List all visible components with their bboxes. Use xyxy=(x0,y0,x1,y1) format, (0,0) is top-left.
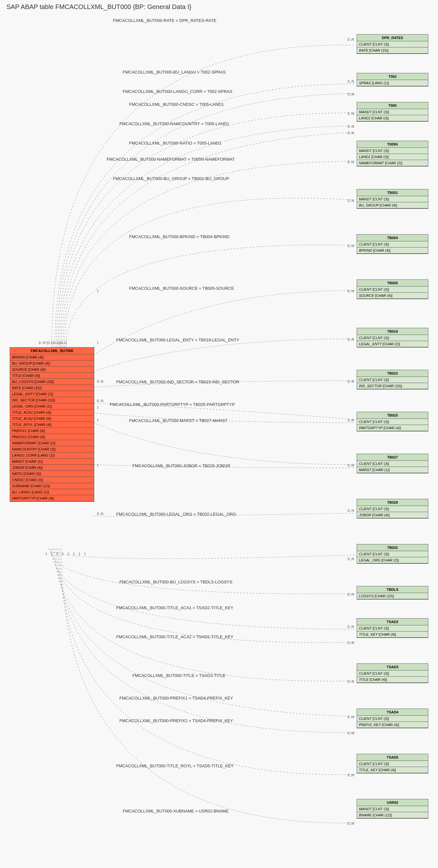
main-field: BU_LOGSYS [CHAR (10)] xyxy=(10,379,94,385)
relationship-label: FMCACOLLXML_BUT000-PARTGRPTYP = TB025-PA… xyxy=(110,402,235,407)
cardinality-mid: 1 xyxy=(97,405,99,409)
relationship-label: FMCACOLLXML_BUT000-SOURCE = TB005-SOURCE xyxy=(129,286,234,291)
ref-entity-header: TB023 xyxy=(357,370,428,377)
main-field: PREFIX1 [CHAR (4)] xyxy=(10,428,94,434)
relationship-label: FMCACOLLXML_BUT000-BU_LOGSYS = TBDLS-LOG… xyxy=(119,580,232,584)
ref-field: LOGSYS [CHAR (10)] xyxy=(357,593,428,599)
ref-field: MANDT [CLNT (3)] xyxy=(357,109,428,115)
ref-field: CLIENT [CLNT (3)] xyxy=(357,671,428,677)
ref-entity-header: TB004 xyxy=(357,235,428,241)
ref-field: IND_SECTOR [CHAR (10)] xyxy=(357,383,428,389)
relationship-label: FMCACOLLXML_BUT000-PREFIX2 = TSAD4-PREFI… xyxy=(119,718,233,723)
ref-entity-header: T005N xyxy=(357,141,428,148)
ref-field: MARST [CHAR (1)] xyxy=(357,467,428,473)
main-field: NAMCOUNTRY [CHAR (3)] xyxy=(10,446,94,453)
cardinality-bottom: 1 1 1 1 1 1 1 1 xyxy=(45,552,87,556)
ref-entity-table: TSAD5CLIENT [CLNT (3)]TITLE_KEY [CHAR (4… xyxy=(357,754,428,773)
relationship-label: FMCACOLLXML_BUT000-MARST = TB027-MARST xyxy=(129,418,228,423)
cardinality-right: 0..N xyxy=(348,125,354,128)
cardinality-right: 0..N xyxy=(348,199,354,203)
ref-field: CLIENT [CLNT (3)] xyxy=(357,335,428,341)
ref-field: CLIENT [CLNT (3)] xyxy=(357,761,428,767)
main-field: RATE [CHAR (15)] xyxy=(10,385,94,391)
ref-entity-header: TBDLS xyxy=(357,586,428,593)
ref-entity-header: TSAD4 xyxy=(357,709,428,716)
relationship-label: FMCACOLLXML_BUT000-XUBNAME = USR02-BNAME xyxy=(123,809,229,813)
cardinality-right: 0..N xyxy=(348,773,354,777)
ref-field: PREFIX_KEY [CHAR (4)] xyxy=(357,722,428,728)
cardinality-right: 0..N xyxy=(348,822,354,826)
relationship-label: FMCACOLLXML_BUT000-BU_LANGU = T002-SPRAS xyxy=(123,70,226,74)
relationship-label: FMCACOLLXML_BUT000-TITLE = TSAD3-TITLE xyxy=(132,673,225,678)
cardinality-right: 0..N xyxy=(348,80,354,83)
ref-field: CLIENT [CLNT (3)] xyxy=(357,241,428,247)
main-field: BU_GROUP [CHAR (4)] xyxy=(10,361,94,367)
main-field: CNDSC [CHAR (3)] xyxy=(10,477,94,483)
ref-entity-header: TB027 xyxy=(357,454,428,461)
ref-entity-header: TSAD2 xyxy=(357,619,428,625)
cardinality-right: 0..N xyxy=(348,379,354,383)
ref-field: CLIENT [CLNT (3)] xyxy=(357,377,428,383)
ref-entity-header: DPR_RATES xyxy=(357,34,428,41)
relationship-label: FMCACOLLXML_BUT000-CNDSC = T005-LAND1 xyxy=(129,102,224,107)
ref-entity-table: TSAD4CLIENT [CLNT (3)]PREFIX_KEY [CHAR (… xyxy=(357,709,428,728)
cardinality-right: 0..N xyxy=(348,289,354,293)
cardinality-right: 0..N xyxy=(348,715,354,719)
main-field: TITLE [CHAR (4)] xyxy=(10,373,94,379)
main-entity-table: FMCACOLLXML_BUT000 BPKIND [CHAR (4)]BU_G… xyxy=(10,347,94,502)
ref-field: CLIENT [CLNT (3)] xyxy=(357,461,428,467)
ref-field: CLIENT [CLNT (3)] xyxy=(357,286,428,293)
cardinality-right: 0..N xyxy=(348,592,354,596)
main-field: LEGAL_ENTY [CHAR (2)] xyxy=(10,391,94,397)
relationship-label: FMCACOLLXML_BUT000-TITLE_ROYL = TSAD5-TI… xyxy=(116,764,234,768)
main-field: TITLE_ACA1 [CHAR (4)] xyxy=(10,409,94,415)
cardinality-right: 0..N xyxy=(348,131,354,135)
ref-field: CLIENT [CLNT (3)] xyxy=(357,551,428,557)
ref-field: LEGAL_ENTY [CHAR (2)] xyxy=(357,341,428,347)
main-field: TITLE_ACA2 [CHAR (4)] xyxy=(10,415,94,422)
ref-entity-header: T002 xyxy=(357,73,428,80)
cardinality-mid: 0..N xyxy=(97,379,103,383)
cardinality-right: 0..N xyxy=(348,557,354,561)
ref-field: LAND1 [CHAR (3)] xyxy=(357,154,428,160)
ref-entity-table: USR02MANDT [CLNT (3)]BNAME [CHAR (12)] xyxy=(357,799,428,818)
ref-field: MANDT [CLNT (3)] xyxy=(357,148,428,154)
main-field: NAMEFORMAT [CHAR (2)] xyxy=(10,440,94,446)
cardinality-mid: 1 xyxy=(97,463,99,467)
ref-entity-header: TSAD3 xyxy=(357,664,428,671)
cardinality-mid: 1 xyxy=(97,289,99,293)
ref-field: CLIENT [CLNT (3)] xyxy=(357,506,428,512)
cardinality-right: 0..N xyxy=(348,418,354,422)
page-title: SAP ABAP table FMCACOLLXML_BUT000 {BP: G… xyxy=(6,3,192,11)
main-field: BPKIND [CHAR (4)] xyxy=(10,354,94,361)
relationship-label: FMCACOLLXML_BUT000-NAMEFORMAT = T005N-NA… xyxy=(107,157,235,162)
cardinality-right: 0..N xyxy=(348,731,354,735)
relationship-label: FMCACOLLXML_BUT000-BU_GROUP = TB001-BU_G… xyxy=(113,176,229,181)
ref-entity-table: TB032CLIENT [CLNT (3)]LEGAL_ORG [CHAR (2… xyxy=(357,544,428,564)
ref-field: MANDT [CLNT (3)] xyxy=(357,196,428,202)
main-field: MARST [CHAR (1)] xyxy=(10,459,94,465)
relationship-label: FMCACOLLXML_BUT000-LANGU_CORR = T002-SPR… xyxy=(123,89,232,94)
ref-entity-table: T005NMANDT [CLNT (3)]LAND1 [CHAR (3)]NAM… xyxy=(357,141,428,166)
ref-entity-table: T002SPRAS [LANG (1)] xyxy=(357,73,428,87)
ref-entity-table: TB004CLIENT [CLNT (3)]BPKIND [CHAR (4)] xyxy=(357,234,428,254)
ref-field: BPKIND [CHAR (4)] xyxy=(357,247,428,254)
cardinality-right: 0..N xyxy=(348,625,354,628)
ref-entity-table: TB005CLIENT [CLNT (3)]SOURCE [CHAR (4)] xyxy=(357,279,428,299)
cardinality-right: 0..N xyxy=(348,641,354,645)
relationship-label: FMCACOLLXML_BUT000-JOBGR = TB028-JOBGR xyxy=(132,463,230,468)
ref-entity-table: TSAD3CLIENT [CLNT (3)]TITLE [CHAR (4)] xyxy=(357,663,428,683)
ref-field: TITLE_KEY [CHAR (4)] xyxy=(357,767,428,773)
cardinality-right: 0..N xyxy=(348,92,354,96)
cardinality-mid: 0..N xyxy=(97,399,103,403)
cardinality-top: 0..N {0,1}0,1}{0,1} xyxy=(39,341,67,345)
ref-entity-header: TSAD5 xyxy=(357,754,428,761)
relationship-label: FMCACOLLXML_BUT000-TITLE_ACA2 = TSAD2-TI… xyxy=(116,634,233,639)
relationship-label: FMCACOLLXML_BUT000-LEGAL_ENTY = TB019-LE… xyxy=(116,338,239,342)
ref-field: CLIENT [CLNT (3)] xyxy=(357,625,428,631)
main-field: TITLE_ROYL [CHAR (4)] xyxy=(10,422,94,428)
cardinality-right: 0..N xyxy=(348,508,354,513)
ref-entity-table: TBDLSLOGSYS [CHAR (10)] xyxy=(357,586,428,599)
ref-entity-table: TSAD2CLIENT [CLNT (3)]TITLE_KEY [CHAR (4… xyxy=(357,618,428,638)
ref-entity-header: TB001 xyxy=(357,189,428,196)
